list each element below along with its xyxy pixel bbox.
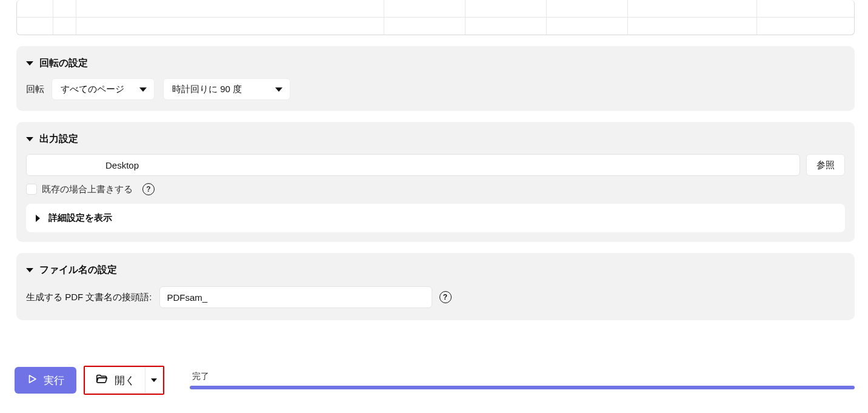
help-icon[interactable]: ? [439,291,452,303]
run-label: 実行 [44,374,64,388]
output-path-input[interactable]: Desktop [26,154,800,176]
rotation-title: 回転の設定 [39,57,88,70]
overwrite-checkbox[interactable] [26,184,37,195]
output-path-value: Desktop [105,160,139,170]
rotation-degrees-value: 時計回りに 90 度 [172,84,242,95]
file-table [16,0,855,35]
rotation-pages-select[interactable]: すべてのページ [52,78,155,100]
table-cell [76,0,384,17]
chevron-right-icon [36,215,40,222]
open-split-button: 開く [84,366,164,395]
filename-header[interactable]: ファイル名の設定 [25,261,846,284]
output-header[interactable]: 出力設定 [25,130,846,153]
output-title: 出力設定 [39,133,78,146]
open-dropdown-button[interactable] [145,367,163,394]
rotation-header[interactable]: 回転の設定 [25,55,846,77]
progress: 完了 [190,371,855,389]
browse-button[interactable]: 参照 [806,154,845,176]
chevron-down-icon [26,137,33,141]
chevron-down-icon [275,87,282,92]
table-cell [547,18,628,35]
prefix-value: PDFsam_ [167,292,208,303]
table-cell [76,18,384,35]
chevron-down-icon [139,87,147,92]
table-cell [757,18,854,35]
filename-section: ファイル名の設定 生成する PDF 文書名の接頭語: PDFsam_ ? [16,253,855,320]
table-cell [757,0,854,17]
table-cell [53,0,76,17]
table-cell [466,18,547,35]
prefix-label: 生成する PDF 文書名の接頭語: [26,292,152,303]
open-button[interactable]: 開く [85,367,145,394]
progress-fill [190,386,855,389]
progress-status: 完了 [190,371,855,382]
action-bar: 実行 開く 完了 [15,365,868,395]
chevron-down-icon [26,268,33,272]
table-cell [628,0,757,17]
filename-title: ファイル名の設定 [39,264,117,277]
rotation-section: 回転の設定 回転 すべてのページ 時計回りに 90 度 [16,46,855,111]
rotation-label: 回転 [26,84,44,95]
chevron-down-icon [151,378,157,382]
run-button[interactable]: 実行 [15,367,76,394]
rotation-degrees-select[interactable]: 時計回りに 90 度 [163,78,290,100]
table-cell [547,0,628,17]
play-icon [27,374,38,388]
table-cell [384,0,466,17]
progress-track [190,386,855,389]
browse-label: 参照 [816,159,835,171]
overwrite-label: 既存の場合上書きする [42,184,133,195]
help-icon[interactable]: ? [142,183,155,195]
table-cell [53,18,76,35]
open-label: 開く [115,374,135,388]
table-cell [466,0,547,17]
svg-marker-0 [30,375,36,383]
advanced-label: 詳細設定を表示 [48,212,112,224]
table-cell [17,0,53,17]
table-cell [384,18,466,35]
table-cell [17,18,53,35]
folder-open-icon [95,372,109,389]
table-cell [628,18,757,35]
prefix-input[interactable]: PDFsam_ [159,286,432,308]
advanced-toggle[interactable]: 詳細設定を表示 [26,204,845,232]
chevron-down-icon [26,61,33,65]
rotation-pages-value: すべてのページ [61,84,124,95]
output-section: 出力設定 Desktop 参照 既存の場合上書きする ? 詳細設定を表示 [16,122,855,242]
